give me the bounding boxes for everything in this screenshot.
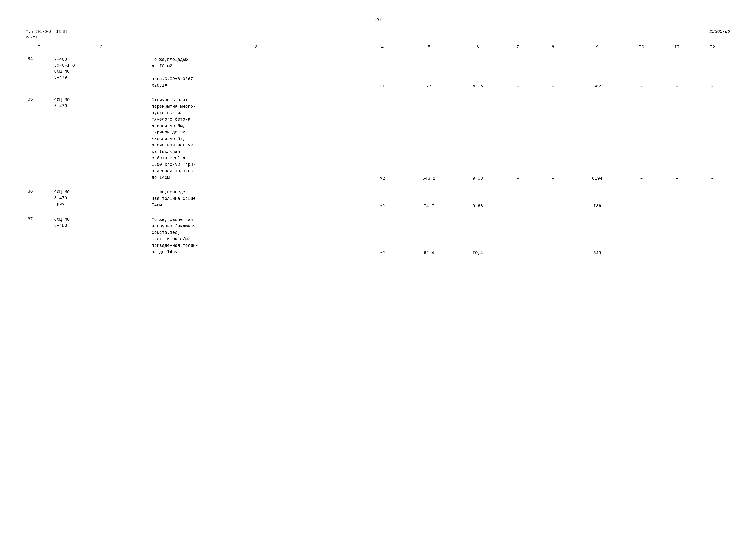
table-header-row: I 2 3 4 5 6 7 8 9 IO II I2 [26, 42, 730, 52]
row-86-col9: I36 [571, 183, 624, 210]
row-85-col5: 643,2 [402, 90, 456, 183]
row-87-col5: 62,4 [402, 210, 456, 257]
col-header-10: IO [624, 42, 659, 52]
row-86-col10: – [624, 183, 659, 210]
row-87-col10: – [624, 210, 659, 257]
col-header-3: 3 [150, 42, 363, 52]
col-header-4: 4 [363, 42, 402, 52]
row-86-col7: – [500, 183, 535, 210]
row-87-code: ССЦ МО8–480 [52, 210, 150, 257]
row-84-unit: шт [363, 52, 402, 90]
header-title-line2: Ал.VI [26, 35, 68, 40]
row-84-code: 7–46339–6–I.8ССЦ МО8–479 [52, 52, 150, 90]
col-header-11: II [659, 42, 694, 52]
row-85-col12: – [695, 90, 730, 183]
page: 26 Т.п.501-6-24.12.88 Ал.VI 23363-06 I 2… [0, 0, 756, 534]
header-right: 23363-06 [710, 29, 730, 34]
row-86-col5: I4,I [402, 183, 456, 210]
col-header-2: 2 [52, 42, 150, 52]
table-row: 86 ССЦ МО8–479прим. То же,приведен- ная … [26, 183, 730, 210]
table-row: 85 ССЦ МО8–479 Стоимость плит перекрытия… [26, 90, 730, 183]
row-85-col11: – [659, 90, 694, 183]
row-84-col6: 4,96 [456, 52, 500, 90]
header: Т.п.501-6-24.12.88 Ал.VI 23363-06 [26, 29, 730, 40]
row-85-unit: м2 [363, 90, 402, 183]
row-87-col6: IO,4 [456, 210, 500, 257]
col-header-5: 5 [402, 42, 456, 52]
col-header-8: 8 [535, 42, 571, 52]
row-85-col7: – [500, 90, 535, 183]
row-84-num: 84 [26, 52, 52, 90]
row-84-col8: – [535, 52, 571, 90]
row-84-col10: – [624, 52, 659, 90]
col-header-6: 6 [456, 42, 500, 52]
row-86-desc: То же,приведен- ная толщина свыше I4см [150, 183, 363, 210]
row-86-col11: – [659, 183, 694, 210]
table-row: 84 7–46339–6–I.8ССЦ МО8–479 То же,площад… [26, 52, 730, 90]
row-87-num: 87 [26, 210, 52, 257]
row-86-col8: – [535, 183, 571, 210]
row-84-col7: – [500, 52, 535, 90]
row-86-col12: – [695, 183, 730, 210]
table-container: I 2 3 4 5 6 7 8 9 IO II I2 84 [26, 42, 730, 257]
row-84-col9: 382 [571, 52, 624, 90]
row-84-col11: – [659, 52, 694, 90]
main-table: I 2 3 4 5 6 7 8 9 IO II I2 84 [26, 42, 730, 257]
row-86-num: 86 [26, 183, 52, 210]
row-85-code: ССЦ МО8–479 [52, 90, 150, 183]
row-85-col6: 9,63 [456, 90, 500, 183]
row-84-col12: – [695, 52, 730, 90]
row-85-desc: Стоимость плит перекрытия много- пустотн… [150, 90, 363, 183]
row-86-unit: м2 [363, 183, 402, 210]
row-85-col10: – [624, 90, 659, 183]
col-header-12: I2 [695, 42, 730, 52]
row-87-col11: – [659, 210, 694, 257]
col-header-1: I [26, 42, 52, 52]
row-86-code: ССЦ МО8–479прим. [52, 183, 150, 210]
row-87-col7: – [500, 210, 535, 257]
row-87-col9: 649 [571, 210, 624, 257]
row-85-col8: – [535, 90, 571, 183]
row-85-col9: 6I94 [571, 90, 624, 183]
row-87-col12: – [695, 210, 730, 257]
row-84-desc: То же,площадьюдо IO м2цена:3,09+0,0667х2… [150, 52, 363, 90]
row-85-num: 85 [26, 90, 52, 183]
header-left: Т.п.501-6-24.12.88 Ал.VI [26, 29, 68, 40]
col-header-9: 9 [571, 42, 624, 52]
row-86-col6: 9,63 [456, 183, 500, 210]
header-title-line1: Т.п.501-6-24.12.88 [26, 29, 68, 35]
row-87-desc: То же, расчетная нагрузка (включая собст… [150, 210, 363, 257]
table-row: 87 ССЦ МО8–480 То же, расчетная нагрузка… [26, 210, 730, 257]
row-87-col8: – [535, 210, 571, 257]
col-header-7: 7 [500, 42, 535, 52]
row-84-col5: 77 [402, 52, 456, 90]
page-number: 26 [26, 17, 730, 23]
row-87-unit: м2 [363, 210, 402, 257]
